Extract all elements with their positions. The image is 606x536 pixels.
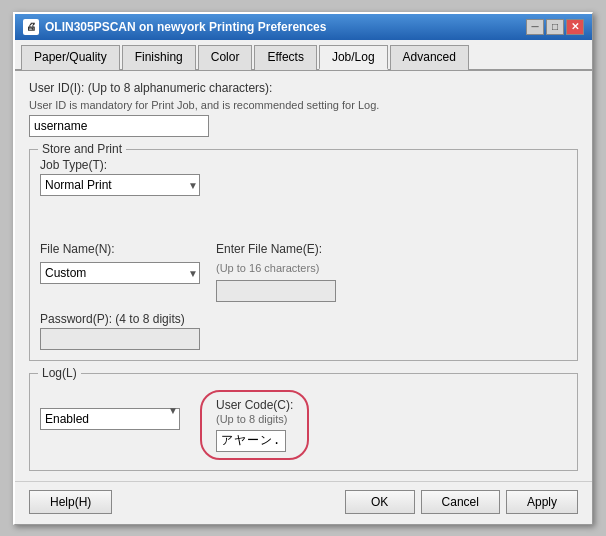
main-window: 🖨 OLIN305PSCAN on newyork Printing Prefe… bbox=[13, 12, 593, 525]
file-name-label: File Name(N): bbox=[40, 242, 200, 256]
log-group: Log(L) Enabled Disabled ▼ User Code(C): … bbox=[29, 373, 578, 471]
log-status-select[interactable]: Enabled Disabled bbox=[40, 408, 180, 430]
maximize-button[interactable]: □ bbox=[546, 19, 564, 35]
password-label: Password(P): (4 to 8 digits) bbox=[40, 312, 567, 326]
userid-label: User ID(I): (Up to 8 alphanumeric charac… bbox=[29, 81, 578, 95]
tab-advanced[interactable]: Advanced bbox=[390, 45, 469, 70]
minimize-button[interactable]: ─ bbox=[526, 19, 544, 35]
tab-finishing[interactable]: Finishing bbox=[122, 45, 196, 70]
bottom-bar: Help(H) OK Cancel Apply bbox=[15, 481, 592, 524]
enter-file-name-input[interactable] bbox=[216, 280, 336, 302]
title-controls[interactable]: ─ □ ✕ bbox=[526, 19, 584, 35]
spacer bbox=[40, 202, 567, 232]
password-section: Password(P): (4 to 8 digits) bbox=[40, 312, 567, 350]
enter-file-name-label: Enter File Name(E): bbox=[216, 242, 336, 256]
tab-effects[interactable]: Effects bbox=[254, 45, 316, 70]
window-icon: 🖨 bbox=[23, 19, 39, 35]
file-name-select[interactable]: Custom Document Name User ID bbox=[40, 262, 200, 284]
job-type-select[interactable]: Normal Print Store Store and Print bbox=[40, 174, 200, 196]
user-code-label: User Code(C): (Up to 8 digits) bbox=[216, 398, 293, 426]
enter-file-name-col: Enter File Name(E): (Up to 16 characters… bbox=[216, 242, 336, 302]
log-status-select-wrapper[interactable]: Enabled Disabled ▼ bbox=[40, 390, 180, 430]
title-bar: 🖨 OLIN305PSCAN on newyork Printing Prefe… bbox=[15, 14, 592, 40]
store-print-group: Store and Print Job Type(T): Normal Prin… bbox=[29, 149, 578, 361]
job-type-field: Job Type(T): Normal Print Store Store an… bbox=[40, 158, 567, 196]
cancel-button[interactable]: Cancel bbox=[421, 490, 500, 514]
tab-joblog[interactable]: Job/Log bbox=[319, 45, 388, 70]
userid-description: User ID is mandatory for Print Job, and … bbox=[29, 99, 578, 111]
job-type-select-wrapper[interactable]: Normal Print Store Store and Print ▼ bbox=[40, 174, 200, 196]
log-title: Log(L) bbox=[38, 366, 81, 380]
user-code-area: User Code(C): (Up to 8 digits) bbox=[200, 390, 309, 460]
file-name-select-wrapper[interactable]: Custom Document Name User ID ▼ bbox=[40, 262, 200, 284]
apply-button[interactable]: Apply bbox=[506, 490, 578, 514]
file-name-row: File Name(N): Custom Document Name User … bbox=[40, 242, 567, 302]
job-type-label: Job Type(T): bbox=[40, 158, 567, 172]
title-bar-left: 🖨 OLIN305PSCAN on newyork Printing Prefe… bbox=[23, 19, 326, 35]
userid-section: User ID(I): (Up to 8 alphanumeric charac… bbox=[29, 81, 578, 137]
ok-button[interactable]: OK bbox=[345, 490, 415, 514]
enter-file-name-desc: (Up to 16 characters) bbox=[216, 262, 336, 274]
help-button[interactable]: Help(H) bbox=[29, 490, 112, 514]
store-print-title: Store and Print bbox=[38, 142, 126, 156]
tab-bar: Paper/Quality Finishing Color Effects Jo… bbox=[15, 40, 592, 71]
user-code-input[interactable] bbox=[216, 430, 286, 452]
window-title: OLIN305PSCAN on newyork Printing Prefere… bbox=[45, 20, 326, 34]
store-print-content: Job Type(T): Normal Print Store Store an… bbox=[40, 158, 567, 350]
userid-input[interactable] bbox=[29, 115, 209, 137]
content-area: User ID(I): (Up to 8 alphanumeric charac… bbox=[15, 71, 592, 481]
log-content: Enabled Disabled ▼ User Code(C): (Up to … bbox=[40, 390, 567, 460]
log-status-field: Enabled Disabled ▼ bbox=[40, 390, 180, 430]
file-name-col: File Name(N): Custom Document Name User … bbox=[40, 242, 200, 302]
password-input[interactable] bbox=[40, 328, 200, 350]
user-code-input-row bbox=[216, 430, 293, 452]
tab-color[interactable]: Color bbox=[198, 45, 253, 70]
tab-paper[interactable]: Paper/Quality bbox=[21, 45, 120, 70]
close-button[interactable]: ✕ bbox=[566, 19, 584, 35]
